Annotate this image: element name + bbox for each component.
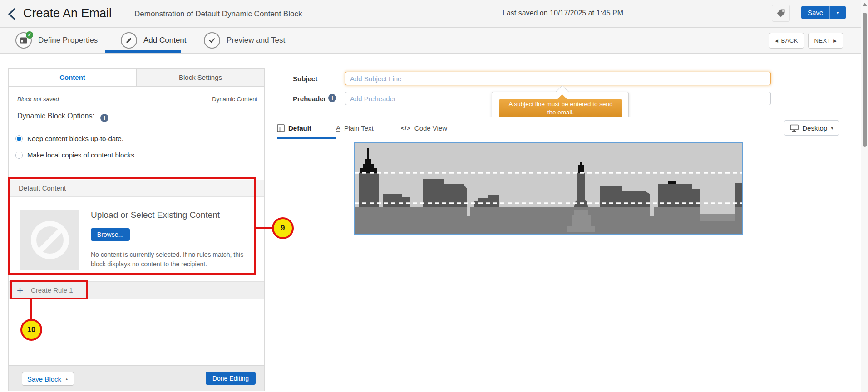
subject-label: Subject (293, 75, 317, 83)
radio-make-local-copies[interactable]: Make local copies of content blocks. (15, 151, 136, 159)
default-content-header: Default Content (9, 180, 264, 197)
tab-label: Default (288, 124, 311, 132)
step-label: Add Content (143, 36, 187, 45)
chevron-down-icon: ▾ (831, 125, 833, 131)
code-icon: </> (401, 125, 411, 132)
next-step-label: NEXT (814, 37, 831, 44)
device-label: Desktop (802, 124, 827, 132)
last-saved-text: Last saved on 10/17/2025 at 1:45 PM (503, 9, 623, 17)
tab-label: Plain Text (344, 124, 374, 132)
chevron-down-icon: ▾ (836, 10, 839, 16)
no-content-thumbnail (20, 210, 79, 270)
create-rule-label: Create Rule 1 (31, 286, 73, 294)
radio-unselected-icon (15, 152, 23, 159)
city-skyline-image (355, 143, 742, 234)
radio-keep-up-to-date[interactable]: Keep content blocks up-to-date. (15, 135, 123, 142)
back-button[interactable] (5, 6, 20, 22)
tags-button[interactable] (772, 5, 790, 22)
email-editor-window: Create An Email Demonstration of Default… (0, 0, 868, 392)
layout-icon (277, 124, 285, 132)
header: Create An Email Demonstration of Default… (0, 0, 861, 28)
preheader-label: Preheader (293, 95, 326, 103)
plus-icon: + (17, 286, 23, 295)
save-button[interactable]: Save (801, 6, 829, 19)
block-save-status: Block not saved (17, 96, 59, 103)
save-block-label: Save Block (27, 375, 61, 383)
back-step-label: BACK (781, 37, 798, 44)
done-editing-button[interactable]: Done Editing (206, 372, 256, 385)
page-scrollbar (861, 0, 868, 392)
radio-label: Keep content blocks up-to-date. (27, 135, 123, 142)
tooltip-message: A subject line must be entered to send t… (499, 99, 622, 118)
preheader-info-icon[interactable]: i (328, 94, 336, 102)
back-chevron-icon (6, 7, 18, 21)
dynamic-block-options-title: Dynamic Block Options: i (17, 112, 108, 122)
radio-selected-icon (15, 135, 23, 142)
active-step-underline (105, 50, 181, 53)
define-properties-icon: ✓ (15, 32, 32, 49)
back-step-button[interactable]: ◀ BACK (769, 33, 804, 49)
radio-label: Make local copies of content blocks. (27, 151, 136, 159)
create-rule-button[interactable]: + Create Rule 1 (9, 281, 264, 299)
panel-tabs: Content Block Settings (9, 69, 264, 87)
save-block-button[interactable]: Save Block ▲ (22, 372, 74, 386)
step-label: Preview and Test (227, 36, 285, 45)
preview-mode-tabs: Default A Plain Text </> Code View Deskt… (265, 117, 861, 139)
browse-button[interactable]: Browse... (91, 228, 130, 241)
chevron-up-icon: ▲ (65, 377, 69, 381)
step-define-properties[interactable]: ✓ Define Properties (15, 32, 98, 49)
workflow-steps-bar: ✓ Define Properties Add Content Preview … (0, 28, 861, 54)
next-arrow-icon: ▶ (833, 39, 837, 43)
options-title-text: Dynamic Block Options: (17, 112, 94, 120)
tab-label: Code View (414, 124, 447, 132)
annotation-callout-9: 9 (272, 217, 294, 239)
active-view-underline (277, 137, 336, 139)
block-actions-bar: Save Block ▲ Done Editing (9, 365, 264, 391)
save-split-button: Save ▾ (801, 6, 846, 19)
step-label: Define Properties (38, 36, 98, 45)
preview-check-icon (204, 32, 220, 49)
tab-default-view[interactable]: Default (277, 117, 311, 139)
save-dropdown-button[interactable]: ▾ (829, 6, 846, 19)
scrollbar-up-arrow[interactable] (863, 3, 867, 6)
plain-text-icon: A (336, 124, 340, 132)
content-block-panel: Content Block Settings Block not saved D… (8, 68, 265, 391)
tab-plain-text-view[interactable]: A Plain Text (336, 117, 374, 139)
step-add-content[interactable]: Add Content (121, 32, 187, 49)
monitor-icon (790, 124, 799, 132)
tab-code-view[interactable]: </> Code View (401, 117, 447, 139)
step-preview-and-test[interactable]: Preview and Test (204, 32, 285, 49)
tab-content[interactable]: Content (9, 69, 136, 86)
page-title: Create An Email (23, 6, 112, 20)
subject-input[interactable] (345, 72, 771, 85)
next-step-button[interactable]: NEXT ▶ (808, 33, 843, 49)
default-content-title: Default Content (19, 184, 66, 192)
step-complete-check-icon: ✓ (26, 31, 33, 39)
device-preview-dropdown[interactable]: Desktop ▾ (784, 120, 839, 136)
no-content-description: No content is currently selected. If no … (91, 250, 260, 269)
tag-icon (776, 8, 786, 18)
upload-select-heading: Upload or Select Existing Content (91, 210, 220, 220)
info-icon[interactable]: i (100, 114, 108, 122)
scrollbar-thumb[interactable] (863, 13, 867, 147)
tab-block-settings[interactable]: Block Settings (136, 69, 264, 87)
email-name-subtitle: Demonstration of Default Dynamic Content… (134, 10, 302, 19)
email-content-image[interactable] (354, 142, 743, 235)
add-content-pencil-icon (121, 32, 137, 49)
no-content-icon (31, 221, 69, 259)
back-arrow-icon: ◀ (775, 39, 778, 43)
block-type-label: Dynamic Content (212, 96, 257, 103)
